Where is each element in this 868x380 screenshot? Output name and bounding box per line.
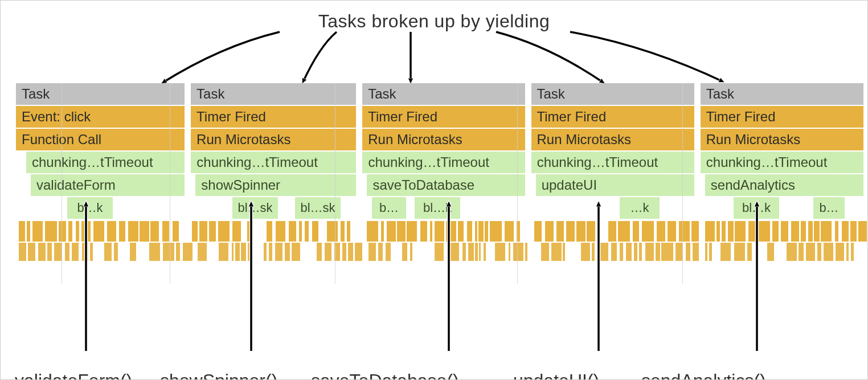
- flame-cell-micro-1[interactable]: Run Microtasks: [191, 129, 357, 150]
- flame-micro-2[interactable]: bl…sk: [295, 197, 341, 219]
- flame-cell-task-0[interactable]: Task: [16, 83, 185, 105]
- flame-micro-0[interactable]: b…k: [67, 197, 113, 219]
- flame-cell-evt-2[interactable]: Timer Fired: [362, 106, 525, 128]
- flame-cell-fn-0[interactable]: validateForm: [31, 174, 185, 196]
- footer-label-0: validateForm(): [15, 370, 132, 380]
- flame-micro-3[interactable]: b…: [372, 197, 406, 219]
- flame-cell-chunk-1[interactable]: chunking…tTimeout: [191, 152, 357, 173]
- flame-micro-1[interactable]: bl…sk: [232, 197, 278, 219]
- footer-label-4: sendAnalytics(): [641, 370, 766, 380]
- flame-cell-task-2[interactable]: Task: [362, 83, 525, 105]
- profiler-flame-chart: TaskTaskTaskTaskTask Event: clickTimer F…: [16, 83, 864, 263]
- flame-cell-micro-3[interactable]: Run Microtasks: [531, 129, 695, 150]
- flame-cell-fn-3[interactable]: updateUI: [536, 174, 695, 196]
- flame-cell-chunk-2[interactable]: chunking…tTimeout: [362, 152, 525, 173]
- flame-cell-task-3[interactable]: Task: [531, 83, 695, 105]
- footer-label-1: showSpinner(): [160, 370, 277, 380]
- top-arrow-0: [162, 32, 280, 83]
- flame-micro-7[interactable]: b…: [813, 197, 845, 219]
- flame-cell-evt-3[interactable]: Timer Fired: [531, 106, 695, 128]
- footer-label-2: saveToDatabase(): [311, 370, 459, 380]
- flame-micro-6[interactable]: bl…k: [734, 197, 779, 219]
- flame-cell-chunk-3[interactable]: chunking…tTimeout: [531, 152, 695, 173]
- flame-micro-4[interactable]: bl…k: [415, 197, 460, 219]
- top-arrow-1: [302, 32, 337, 83]
- flame-cell-fn-4[interactable]: sendAnalytics: [705, 174, 864, 196]
- flame-cell-micro-2[interactable]: Run Microtasks: [362, 129, 525, 150]
- flame-cell-task-1[interactable]: Task: [191, 83, 357, 105]
- flame-cell-micro-4[interactable]: Run Microtasks: [701, 129, 864, 150]
- flame-cell-evt-4[interactable]: Timer Fired: [701, 106, 864, 128]
- flame-cell-chunk-0[interactable]: chunking…tTimeout: [26, 152, 185, 173]
- flame-cell-chunk-4[interactable]: chunking…tTimeout: [701, 152, 864, 173]
- top-arrow-3: [496, 32, 604, 83]
- flame-cell-evt-0[interactable]: Event: click: [16, 106, 185, 128]
- top-arrow-3: [496, 32, 604, 83]
- flame-cell-evt-1[interactable]: Timer Fired: [191, 106, 357, 128]
- footer-label-3: updateUI(): [513, 370, 599, 380]
- flame-cell-micro-0[interactable]: Function Call: [16, 129, 185, 150]
- flame-cell-fn-1[interactable]: showSpinner: [195, 174, 357, 196]
- flame-cell-task-4[interactable]: Task: [701, 83, 864, 105]
- flame-cell-fn-2[interactable]: saveToDatabase: [367, 174, 525, 196]
- top-arrow-0: [162, 32, 280, 83]
- flame-micro-5[interactable]: …k: [620, 197, 660, 219]
